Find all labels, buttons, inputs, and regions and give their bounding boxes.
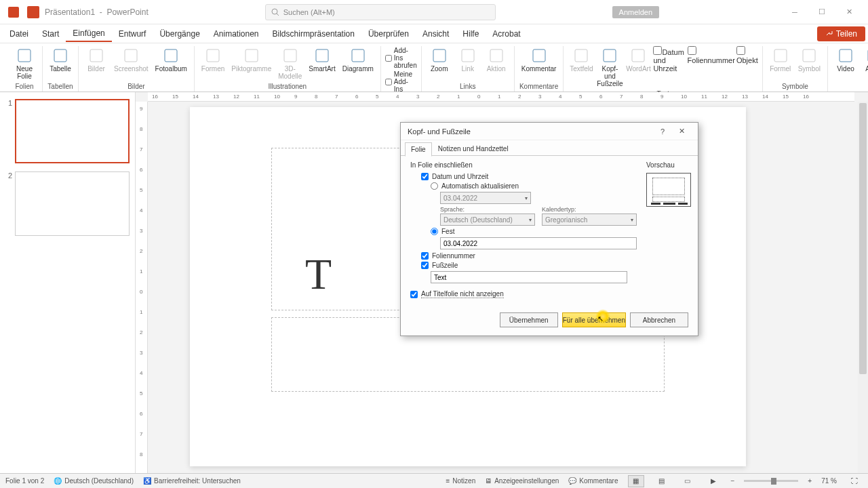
zoom-out-icon[interactable]: −	[731, 477, 735, 485]
menu-acrobat[interactable]: Acrobat	[486, 26, 527, 41]
zoom-level[interactable]: 71 %	[821, 477, 837, 485]
auto-update-radio[interactable]: Automatisch aktualisieren	[431, 182, 637, 190]
ribbon-textfeld[interactable]: Textfeld	[568, 46, 595, 74]
apply-button[interactable]: Übernehmen	[500, 312, 558, 327]
ribbon-foliennummer[interactable]: Foliennummer	[688, 46, 735, 64]
svg-line-2	[277, 14, 279, 16]
share-button[interactable]: Teilen	[817, 26, 865, 41]
ribbon-symbol[interactable]: Symbol	[795, 46, 823, 74]
svg-rect-14	[462, 49, 474, 62]
close-icon[interactable]: ✕	[835, 3, 863, 22]
maximize-icon[interactable]: ☐	[808, 3, 835, 22]
menu-überprüfen[interactable]: Überprüfen	[361, 26, 416, 41]
ribbon-neue-folie[interactable]: NeueFolie	[11, 46, 38, 81]
ribbon-audio[interactable]: Audio	[861, 46, 868, 74]
vertical-scrollbar[interactable]	[858, 102, 868, 473]
sorter-view-icon[interactable]: ▤	[654, 475, 670, 487]
svg-rect-13	[433, 49, 446, 62]
ribbon-add-ins-abrufen[interactable]: Add-Ins abrufen	[385, 46, 417, 70]
cancel-button[interactable]: Abbrechen	[630, 312, 688, 327]
svg-rect-17	[575, 49, 587, 62]
zoom-in-icon[interactable]: +	[808, 477, 812, 485]
calendar-select[interactable]: Gregorianisch▾	[542, 214, 637, 226]
ribbon-wordart[interactable]: WordArt	[625, 46, 652, 74]
notes-button[interactable]: ≡ Notizen	[446, 477, 475, 485]
ribbon-piktogramme[interactable]: Piktogramme	[229, 46, 274, 74]
ribbon-diagramm[interactable]: Diagramm	[340, 46, 376, 74]
slide-thumbnail-1[interactable]: 1	[5, 99, 130, 163]
svg-point-1	[272, 9, 277, 14]
not-on-title-checkbox[interactable]: Auf Titelfolie nicht anzeigen	[410, 290, 637, 298]
document-title: Präsentation1 - PowerPoint	[45, 7, 149, 17]
ribbon-bilder[interactable]: Bilder	[83, 46, 110, 74]
dialog-tab-1[interactable]: Notizen und Handzettel	[432, 142, 515, 156]
help-icon[interactable]: ?	[653, 127, 672, 136]
menu-einfügen[interactable]: Einfügen	[66, 26, 111, 42]
svg-rect-22	[840, 49, 852, 62]
autosave-icon[interactable]	[5, 4, 22, 20]
menu-start[interactable]: Start	[35, 26, 66, 41]
minimize-icon[interactable]: ─	[781, 3, 808, 22]
ribbon-aktion[interactable]: Aktion	[483, 46, 510, 74]
menu-bildschirmpräsentation[interactable]: Bildschirmpräsentation	[266, 26, 361, 41]
slideshow-icon[interactable]	[27, 6, 39, 18]
footer-text-input[interactable]	[431, 271, 627, 283]
ribbon-meine-add-ins[interactable]: Meine Add-Ins	[385, 70, 417, 94]
reading-view-icon[interactable]: ▭	[679, 475, 696, 487]
search-placeholder: Suchen (Alt+M)	[283, 8, 335, 16]
menu-animationen[interactable]: Animationen	[207, 26, 266, 41]
date-format-select[interactable]: 03.04.2022▾	[440, 192, 531, 204]
accessibility-check[interactable]: ♿ Barrierefreiheit: Untersuchen	[143, 477, 241, 485]
slide-number-checkbox[interactable]: Foliennummer	[421, 252, 637, 260]
zoom-slider[interactable]	[744, 480, 798, 482]
ribbon-3d--modelle[interactable]: 3D-Modelle	[275, 46, 304, 81]
normal-view-icon[interactable]: ▦	[628, 475, 644, 487]
search-input[interactable]: Suchen (Alt+M)	[265, 4, 496, 20]
svg-rect-15	[490, 49, 502, 62]
menu-hilfe[interactable]: Hilfe	[456, 26, 486, 41]
ribbon-fotoalbum[interactable]: Fotoalbum	[153, 46, 190, 74]
ribbon-zoom[interactable]: Zoom	[426, 46, 453, 74]
dialog-tab-0[interactable]: Folie	[405, 142, 432, 157]
svg-rect-10	[284, 49, 296, 62]
svg-rect-9	[245, 49, 258, 62]
ribbon-datum-und-uhrzeit[interactable]: Datum und Uhrzeit	[653, 46, 686, 73]
ribbon-smartart[interactable]: SmartArt	[306, 46, 338, 74]
horizontal-ruler: 1615141312111098765432101234567891011121…	[148, 92, 854, 102]
header-footer-dialog: Kopf- und Fußzeile ? ✕ FolieNotizen und …	[400, 122, 698, 336]
comments-button[interactable]: 💬 Kommentare	[568, 477, 618, 485]
dialog-title: Kopf- und Fußzeile	[408, 127, 471, 136]
include-section-label: In Folie einschließen	[410, 161, 637, 169]
ribbon-video[interactable]: Video	[832, 46, 859, 74]
menu-ansicht[interactable]: Ansicht	[416, 26, 456, 41]
footer-checkbox[interactable]: Fußzeile	[421, 262, 637, 269]
svg-rect-20	[774, 49, 787, 62]
display-settings-button[interactable]: 🖥 Anzeigeeinstellungen	[485, 477, 559, 485]
ribbon-objekt[interactable]: Objekt	[736, 46, 758, 64]
dialog-close-icon[interactable]: ✕	[672, 127, 691, 136]
ribbon-link[interactable]: Link	[454, 46, 481, 74]
slide-text: T	[305, 249, 332, 300]
datetime-checkbox[interactable]: Datum und Uhrzeit	[421, 173, 637, 180]
ribbon-formen[interactable]: Formen	[199, 46, 227, 74]
fixed-date-input[interactable]	[440, 237, 637, 249]
ribbon-formel[interactable]: Formel	[767, 46, 794, 74]
apply-all-button[interactable]: Für alle übernehmen ↖	[562, 312, 626, 327]
svg-rect-0	[8, 7, 19, 18]
slide-thumbnail-2[interactable]: 2	[5, 171, 130, 236]
ribbon-kommentar[interactable]: Kommentar	[519, 46, 559, 74]
language-indicator[interactable]: 🌐 Deutsch (Deutschland)	[54, 477, 134, 485]
menu-datei[interactable]: Datei	[3, 26, 35, 41]
ribbon-group-label: Folien	[15, 81, 33, 92]
ribbon-tabelle[interactable]: Tabelle	[47, 46, 74, 74]
ribbon-kopf--und-fußzeile[interactable]: Kopf- undFußzeile	[596, 46, 623, 89]
ribbon-screenshot[interactable]: Screenshot	[111, 46, 151, 74]
preview-thumbnail	[646, 173, 691, 207]
language-select[interactable]: Deutsch (Deutschland)▾	[440, 214, 535, 226]
menu-entwurf[interactable]: Entwurf	[112, 26, 153, 41]
signin-button[interactable]: Anmelden	[612, 6, 660, 18]
menu-übergänge[interactable]: Übergänge	[153, 26, 206, 41]
fit-window-icon[interactable]: ⛶	[846, 475, 863, 487]
slideshow-view-icon[interactable]: ▶	[705, 475, 722, 487]
fixed-radio[interactable]: Fest	[431, 228, 637, 235]
